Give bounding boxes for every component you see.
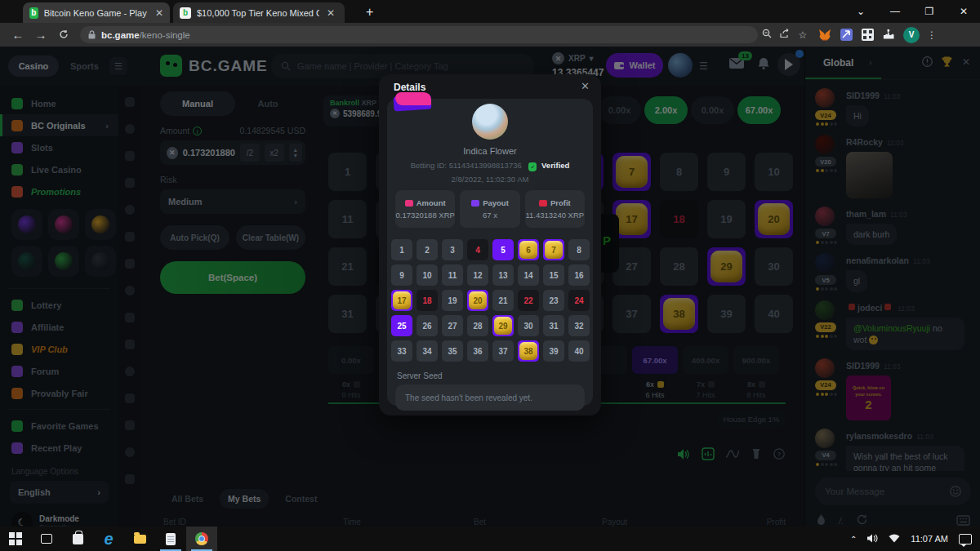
keno-game-banner-graphic <box>394 92 434 113</box>
gold-ball: 20 <box>469 291 487 309</box>
keno-number-36[interactable]: 36 <box>467 340 488 362</box>
keno-number-4[interactable]: 4 <box>467 239 488 260</box>
new-tab-button[interactable]: + <box>366 5 373 20</box>
window-menu-icon[interactable]: ⌄ <box>844 0 877 23</box>
stat-label: Profit <box>539 198 571 207</box>
keno-number-25[interactable]: 25 <box>391 315 412 336</box>
authenticator-extension-icon[interactable] <box>859 27 875 43</box>
forward-icon[interactable]: → <box>29 28 52 42</box>
bet-details-modal: Details ✕ Indica Flower Betting ID: 5114… <box>379 74 601 415</box>
edge-icon[interactable]: e <box>93 527 124 551</box>
keno-number-21[interactable]: 21 <box>492 290 514 311</box>
browser-tabstrip: b Bitcoin Keno Game - Play Jacks o ✕ b $… <box>0 0 980 23</box>
keno-number-37[interactable]: 37 <box>492 340 514 362</box>
browser-tab-2[interactable]: b $10,000 Top Tier Keno Mixed Cha ✕ <box>173 2 345 23</box>
screen: b Bitcoin Keno Game - Play Jacks o ✕ b $… <box>0 0 980 551</box>
browser-toolbar: ← → bc.game/keno-single ☆ V ⋮ <box>0 23 980 47</box>
server-seed-value[interactable]: The seed hasn't been revealed yet. <box>395 384 585 411</box>
keno-number-27[interactable]: 27 <box>442 315 463 336</box>
bet-timestamp: 2/8/2022, 11:02:30 AM <box>387 175 593 184</box>
keno-number-24[interactable]: 24 <box>568 290 590 311</box>
share-icon[interactable] <box>776 29 794 41</box>
tab-close-icon[interactable]: ✕ <box>327 7 335 19</box>
stat-value: 11.4313240 XRP <box>525 211 584 220</box>
keno-number-17[interactable]: 17 <box>391 290 412 311</box>
keno-number-20[interactable]: 20 <box>467 290 488 311</box>
stat-payout: Payout67 x <box>460 190 519 228</box>
keno-number-19[interactable]: 19 <box>442 290 463 311</box>
keno-number-7[interactable]: 7 <box>543 239 564 260</box>
task-view-button[interactable] <box>31 527 62 551</box>
chrome-icon[interactable] <box>186 527 217 551</box>
back-icon[interactable]: ← <box>7 28 29 42</box>
lock-icon <box>88 30 96 39</box>
keno-number-14[interactable]: 14 <box>518 264 539 286</box>
keno-number-34[interactable]: 34 <box>416 340 438 362</box>
metamask-extension-icon[interactable] <box>817 27 833 43</box>
keno-number-32[interactable]: 32 <box>568 315 590 336</box>
keno-number-12[interactable]: 12 <box>467 264 488 286</box>
keno-number-35[interactable]: 35 <box>442 340 463 362</box>
notepad-icon[interactable] <box>155 527 186 551</box>
keno-number-22[interactable]: 22 <box>518 290 539 311</box>
modal-close-icon[interactable]: ✕ <box>581 80 590 92</box>
start-button[interactable] <box>0 527 31 551</box>
close-window-icon[interactable]: ✕ <box>947 0 980 23</box>
keno-number-13[interactable]: 13 <box>492 264 514 286</box>
tab-close-icon[interactable]: ✕ <box>155 7 163 19</box>
browser-profile-avatar[interactable]: V <box>903 27 920 43</box>
keno-number-15[interactable]: 15 <box>543 264 564 286</box>
keno-number-6[interactable]: 6 <box>518 239 539 260</box>
keno-number-16[interactable]: 16 <box>568 264 590 286</box>
keno-number-28[interactable]: 28 <box>467 315 488 336</box>
tray-expand-icon[interactable]: ⌃ <box>850 535 857 544</box>
tab-title: Bitcoin Keno Game - Play Jacks o <box>44 8 148 18</box>
keno-number-10[interactable]: 10 <box>416 264 438 286</box>
keno-number-18[interactable]: 18 <box>416 290 438 311</box>
minimize-icon[interactable]: — <box>879 0 911 23</box>
volume-icon[interactable] <box>867 531 878 546</box>
gold-ball: 17 <box>393 291 411 309</box>
gold-ball: 7 <box>545 241 563 259</box>
keno-number-3[interactable]: 3 <box>442 239 463 260</box>
action-center-icon[interactable] <box>959 534 972 544</box>
keno-number-9[interactable]: 9 <box>391 264 412 286</box>
extension-icon[interactable] <box>838 27 854 43</box>
keno-number-23[interactable]: 23 <box>543 290 564 311</box>
keno-number-39[interactable]: 39 <box>543 340 564 362</box>
keno-number-30[interactable]: 30 <box>518 315 539 336</box>
store-icon[interactable] <box>62 527 93 551</box>
clock[interactable]: 11:07 AM <box>911 534 948 544</box>
address-bar[interactable]: bc.game/keno-single <box>80 26 758 43</box>
bookmark-star-icon[interactable]: ☆ <box>794 29 812 41</box>
tab-title: $10,000 Top Tier Keno Mixed Cha <box>197 8 319 18</box>
zoom-page-icon[interactable] <box>758 29 776 41</box>
keno-number-38[interactable]: 38 <box>518 340 539 362</box>
keno-number-2[interactable]: 2 <box>416 239 438 260</box>
gold-ball: 38 <box>519 342 537 360</box>
keno-number-29[interactable]: 29 <box>492 315 514 336</box>
keno-number-31[interactable]: 31 <box>543 315 564 336</box>
player-avatar[interactable] <box>472 104 508 140</box>
player-username[interactable]: Indica Flower <box>387 146 593 156</box>
keno-number-33[interactable]: 33 <box>391 340 412 362</box>
keno-number-26[interactable]: 26 <box>416 315 438 336</box>
keno-number-1[interactable]: 1 <box>391 239 412 260</box>
wifi-icon[interactable] <box>889 531 900 546</box>
keno-number-11[interactable]: 11 <box>442 264 463 286</box>
modal-title: Details <box>394 82 425 93</box>
extensions-puzzle-icon[interactable] <box>880 27 897 43</box>
modal-body: Indica Flower Betting ID: 51143413998813… <box>387 99 593 406</box>
reload-icon[interactable] <box>52 28 75 42</box>
bcgame-favicon: b <box>180 7 191 19</box>
file-explorer-icon[interactable] <box>124 527 155 551</box>
browser-tab-1[interactable]: b Bitcoin Keno Game - Play Jacks o ✕ <box>23 2 170 23</box>
gold-ball: 29 <box>494 317 512 335</box>
system-tray: ⌃ 11:07 AM <box>850 531 980 546</box>
maximize-icon[interactable]: ❐ <box>913 0 946 23</box>
keno-number-8[interactable]: 8 <box>568 239 590 260</box>
keno-number-40[interactable]: 40 <box>568 340 590 362</box>
betting-id-value: 51143413998813736 <box>449 161 522 170</box>
keno-number-5[interactable]: 5 <box>492 239 514 260</box>
browser-menu-icon[interactable]: ⋮ <box>923 29 941 41</box>
